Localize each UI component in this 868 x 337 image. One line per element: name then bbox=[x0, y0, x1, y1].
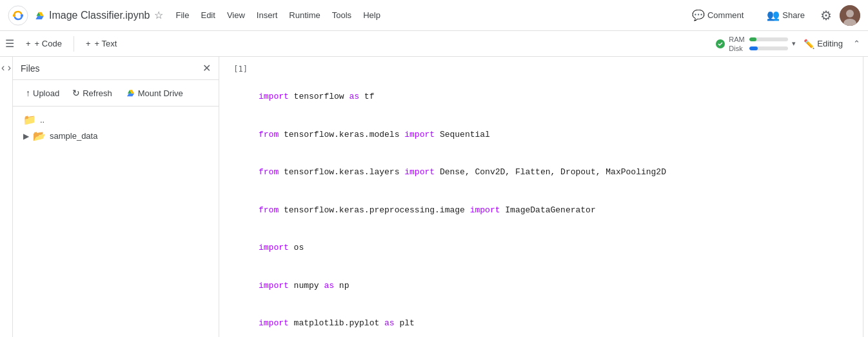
upload-icon: ↑ bbox=[26, 88, 30, 98]
share-button[interactable]: 👥 Share bbox=[759, 5, 813, 25]
cell-1-number: [1] bbox=[219, 59, 253, 337]
add-code-button[interactable]: + + Code bbox=[19, 36, 68, 51]
comment-icon: 💬 bbox=[692, 9, 705, 21]
menu-runtime[interactable]: Runtime bbox=[284, 8, 325, 23]
editing-button[interactable]: ✏️ Editing bbox=[798, 36, 848, 52]
sidebar-title: Files bbox=[21, 63, 40, 74]
disk-bar-bg bbox=[749, 46, 788, 50]
svg-point-2 bbox=[21, 14, 23, 16]
menu-view[interactable]: View bbox=[222, 8, 250, 23]
menu-bar: File Edit View Insert Runtime Tools Help bbox=[171, 8, 386, 23]
main-area: ‹ › Files ✕ ↑ Upload ↻ Refresh Mount bbox=[0, 57, 868, 337]
mount-drive-button[interactable]: Mount Drive bbox=[120, 85, 188, 101]
settings-button[interactable]: ⚙ bbox=[820, 8, 832, 23]
menu-insert[interactable]: Insert bbox=[252, 8, 283, 23]
refresh-button[interactable]: ↻ Refresh bbox=[67, 85, 117, 101]
collapse-button[interactable]: ⌃ bbox=[851, 36, 863, 51]
user-avatar[interactable] bbox=[840, 5, 860, 26]
star-icon[interactable]: ☆ bbox=[154, 9, 163, 21]
cell-1-line-2: from tensorflow.keras.models import Sequ… bbox=[259, 128, 857, 141]
ram-disk-dropdown-icon[interactable]: ▾ bbox=[792, 39, 796, 48]
cell-1-line-6: import numpy as np bbox=[259, 280, 857, 292]
tree-expand-arrow: ▶ bbox=[23, 132, 29, 141]
cell-1-line-7: import matplotlib.pyplot as plt bbox=[259, 317, 857, 330]
plus-code-icon: + bbox=[26, 39, 31, 48]
cell-1-line-3: from tensorflow.keras.layers import Dens… bbox=[259, 166, 857, 179]
cell-1-container: [1] import tensorflow as tf from tensorf… bbox=[219, 59, 863, 337]
plus-text-icon: + bbox=[86, 39, 91, 48]
folder-icon-sample: 📂 bbox=[33, 130, 46, 142]
cell-1-code[interactable]: import tensorflow as tf from tensorflow.… bbox=[253, 59, 863, 337]
toolbar: ☰ + + Code + + Text RAM Disk ▾ bbox=[0, 31, 868, 57]
menu-edit[interactable]: Edit bbox=[195, 8, 220, 23]
drive-small-icon bbox=[125, 88, 135, 98]
tree-item-sample-data[interactable]: ▶ 📂 sample_data bbox=[18, 128, 213, 144]
ram-disk-indicators[interactable]: RAM Disk ▾ bbox=[716, 36, 796, 52]
sidebar-toggle[interactable]: ☰ bbox=[5, 37, 14, 50]
refresh-icon: ↻ bbox=[72, 88, 80, 98]
panel-toggle-icon: ‹ › bbox=[1, 62, 11, 74]
svg-point-4 bbox=[846, 10, 854, 17]
folder-icon-parent: 📁 bbox=[23, 114, 36, 126]
cell-1-line-5: import os bbox=[259, 241, 857, 254]
ram-bar-bg bbox=[749, 37, 788, 41]
drive-icon bbox=[34, 10, 45, 21]
ram-bar-fill bbox=[749, 37, 756, 41]
menu-tools[interactable]: Tools bbox=[327, 8, 357, 23]
disk-bar-fill bbox=[749, 46, 758, 50]
cell-1-line-1: import tensorflow as tf bbox=[259, 90, 857, 103]
sidebar-header: Files ✕ bbox=[13, 57, 219, 80]
sidebar-close-button[interactable]: ✕ bbox=[202, 62, 211, 74]
ram-bar-container: RAM Disk bbox=[729, 36, 788, 52]
people-icon: 👥 bbox=[767, 9, 780, 21]
svg-point-0 bbox=[8, 6, 28, 25]
file-tree: 📁 .. ▶ 📂 sample_data bbox=[13, 107, 219, 149]
svg-point-1 bbox=[13, 14, 15, 16]
notebook: [1] import tensorflow as tf from tensorf… bbox=[219, 59, 863, 337]
top-right-area: 💬 Comment 👥 Share ⚙ bbox=[684, 5, 860, 26]
pencil-icon: ✏️ bbox=[804, 39, 814, 49]
menu-help[interactable]: Help bbox=[358, 8, 386, 23]
menu-file[interactable]: File bbox=[171, 8, 195, 23]
file-title-area: Image Classifier.ipynb ☆ bbox=[34, 9, 163, 21]
sidebar-actions: ↑ Upload ↻ Refresh Mount Drive bbox=[13, 80, 219, 107]
left-panel-toggle[interactable]: ‹ › bbox=[0, 57, 13, 337]
topbar: Image Classifier.ipynb ☆ File Edit View … bbox=[0, 0, 868, 31]
file-name[interactable]: Image Classifier.ipynb bbox=[49, 10, 150, 21]
tree-item-parent[interactable]: 📁 .. bbox=[18, 112, 213, 128]
comment-button[interactable]: 💬 Comment bbox=[684, 5, 751, 25]
add-text-button[interactable]: + + Text bbox=[79, 36, 123, 51]
toolbar-separator bbox=[74, 36, 74, 52]
notebook-content: [1] import tensorflow as tf from tensorf… bbox=[219, 57, 863, 337]
sidebar: Files ✕ ↑ Upload ↻ Refresh Mount Drive bbox=[13, 57, 219, 337]
upload-button[interactable]: ↑ Upload bbox=[21, 85, 64, 101]
cell-1-line-4: from tensorflow.keras.preprocessing.imag… bbox=[259, 204, 857, 217]
check-icon bbox=[716, 39, 725, 48]
disk-row: Disk bbox=[729, 45, 788, 52]
ram-row: RAM bbox=[729, 36, 788, 43]
google-colab-logo bbox=[8, 5, 28, 26]
right-scrollbar[interactable] bbox=[863, 57, 868, 337]
